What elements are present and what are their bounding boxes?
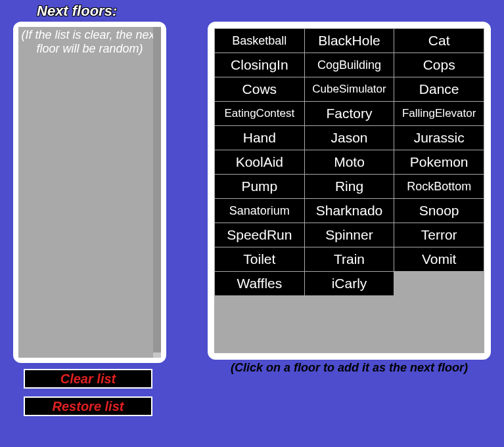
floor-cell[interactable]: Waffles — [215, 272, 304, 295]
floor-cell[interactable]: Cows — [215, 77, 304, 101]
floor-cell[interactable]: Cops — [394, 53, 484, 77]
floor-cell[interactable]: Cat — [394, 29, 484, 53]
floor-cell[interactable]: Vomit — [394, 247, 484, 271]
floor-cell[interactable]: iCarly — [305, 272, 394, 295]
floor-cell[interactable]: Dance — [394, 77, 484, 101]
floor-cell[interactable]: Terror — [394, 223, 484, 247]
floor-cell[interactable]: Hand — [215, 126, 304, 150]
next-floors-list: (If the list is clear, the next floor wi… — [18, 27, 161, 358]
floor-cell[interactable]: Spinner — [305, 223, 394, 247]
floor-cell[interactable]: Moto — [305, 150, 394, 174]
floors-grid: BasketballBlackHoleCatClosingInCogBuildi… — [214, 28, 484, 296]
restore-list-button[interactable]: Restore list — [24, 396, 152, 416]
floor-cell[interactable]: Pokemon — [394, 150, 484, 174]
floors-panel: BasketballBlackHoleCatClosingInCogBuildi… — [208, 22, 491, 360]
empty-list-hint: (If the list is clear, the next floor wi… — [18, 27, 161, 55]
floor-cell[interactable]: FallingElevator — [394, 102, 484, 125]
floor-cell[interactable]: Jason — [305, 126, 394, 150]
floors-hint: (Click on a floor to add it as the next … — [208, 361, 491, 375]
page-title: Next floors: — [37, 3, 117, 20]
floor-cell[interactable]: Basketball — [215, 29, 304, 53]
floor-cell[interactable]: BlackHole — [305, 29, 394, 53]
floor-cell[interactable]: Snoop — [394, 199, 484, 223]
floor-cell[interactable]: RockBottom — [394, 175, 484, 198]
list-buttons: Clear list Restore list — [24, 369, 152, 424]
floor-cell[interactable]: Train — [305, 247, 394, 271]
floor-cell[interactable]: Toilet — [215, 247, 304, 271]
floor-cell[interactable]: Pump — [215, 175, 304, 198]
floors-container: BasketballBlackHoleCatClosingInCogBuildi… — [214, 28, 484, 353]
scrollbar-thumb[interactable] — [153, 27, 161, 352]
floor-cell[interactable]: ClosingIn — [215, 53, 304, 77]
floor-cell[interactable]: KoolAid — [215, 150, 304, 174]
floor-cell[interactable]: CogBuilding — [305, 53, 394, 77]
floor-cell[interactable]: SpeedRun — [215, 223, 304, 247]
clear-list-button[interactable]: Clear list — [24, 369, 152, 389]
floor-cell[interactable]: Sanatorium — [215, 199, 304, 223]
next-floors-panel: (If the list is clear, the next floor wi… — [13, 22, 166, 363]
floor-cell[interactable]: Factory — [305, 102, 394, 125]
floor-cell[interactable]: Ring — [305, 175, 394, 198]
floor-cell[interactable]: Jurassic — [394, 126, 484, 150]
floor-cell[interactable]: Sharknado — [305, 199, 394, 223]
floor-cell[interactable]: EatingContest — [215, 102, 304, 125]
floor-cell[interactable]: CubeSimulator — [305, 77, 394, 101]
